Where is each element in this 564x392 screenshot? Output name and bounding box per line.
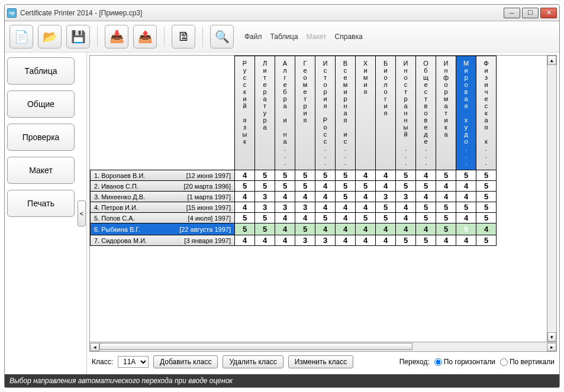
grade-cell[interactable]: 4 (436, 181, 456, 192)
column-header[interactable]: Информатика (436, 56, 456, 170)
grade-cell[interactable]: 4 (295, 213, 315, 223)
grade-cell[interactable]: 5 (436, 202, 456, 213)
menu-file[interactable]: Файл (244, 33, 262, 41)
add-class-button[interactable]: Добавить класс (153, 355, 218, 368)
grade-cell[interactable]: 4 (336, 235, 356, 246)
grade-cell[interactable]: 5 (295, 170, 315, 181)
grade-cell[interactable]: 4 (275, 192, 295, 202)
save-button[interactable]: 💾 (66, 25, 90, 48)
grade-cell[interactable]: 5 (315, 170, 336, 181)
grade-cell[interactable]: 5 (255, 170, 275, 181)
grade-cell[interactable]: 4 (275, 213, 295, 223)
grade-cell[interactable]: 3 (295, 235, 315, 246)
row-header[interactable]: 7. Сидорова М.И.[3 января 1997] (91, 235, 235, 246)
scroll-right-icon[interactable]: ▸ (547, 343, 556, 351)
grade-cell[interactable]: 5 (456, 202, 476, 213)
grade-cell[interactable]: 5 (336, 170, 356, 181)
grade-cell[interactable]: 5 (235, 213, 255, 223)
grade-cell[interactable]: 4 (456, 181, 476, 192)
grade-cell[interactable]: 3 (376, 192, 396, 202)
grade-cell[interactable]: 4 (396, 223, 416, 235)
preview-button[interactable]: 🖺 (172, 25, 195, 48)
grade-cell[interactable]: 5 (416, 235, 436, 246)
grade-cell[interactable]: 4 (315, 181, 336, 192)
grade-cell[interactable]: 3 (255, 202, 275, 213)
grade-cell[interactable]: 4 (456, 192, 476, 202)
maximize-button[interactable]: ☐ (522, 8, 539, 18)
grade-cell[interactable]: 5 (235, 181, 255, 192)
column-header[interactable]: Физическая к... (476, 56, 497, 170)
grade-cell[interactable]: 4 (436, 235, 456, 246)
sidebar-item-2[interactable]: Проверка (7, 124, 75, 151)
menu-layout[interactable]: Макет (307, 33, 327, 41)
column-header[interactable]: Химия (356, 56, 376, 170)
grade-cell[interactable]: 5 (235, 223, 255, 235)
grade-cell[interactable]: 5 (476, 235, 497, 246)
grade-cell[interactable]: 5 (356, 213, 376, 223)
grade-cell[interactable]: 5 (436, 223, 456, 235)
grade-table[interactable]: Русский языкЛитератураАлгебра и на...Гео… (90, 56, 497, 246)
sidebar-item-3[interactable]: Макет (7, 157, 75, 184)
nav-horizontal[interactable]: По горизонтали (434, 358, 495, 366)
import-button[interactable]: 📥 (105, 25, 128, 48)
row-header[interactable]: 4. Петров И.И.[15 июня 1997] (91, 202, 235, 213)
column-header[interactable]: Мировая худо... (456, 56, 476, 170)
new-button[interactable]: 📄 (9, 25, 33, 48)
grade-cell[interactable]: 4 (336, 202, 356, 213)
grade-cell[interactable]: 4 (356, 223, 376, 235)
grade-cell[interactable]: 4 (376, 223, 396, 235)
grade-cell[interactable]: 5 (255, 223, 275, 235)
grade-cell[interactable]: 4 (255, 235, 275, 246)
grade-cell[interactable]: 4 (275, 235, 295, 246)
menu-table[interactable]: Таблица (270, 33, 298, 41)
grade-cell[interactable]: 4 (436, 192, 456, 202)
row-header[interactable]: 6. Рыбкина В.Г.[22 августа 1997] (91, 223, 235, 235)
grade-cell[interactable]: 5 (376, 202, 396, 213)
grade-cell[interactable]: 4 (376, 235, 396, 246)
column-header[interactable]: Иностранный ... (396, 56, 416, 170)
grade-cell[interactable]: 5 (396, 181, 416, 192)
grade-cell[interactable]: 4 (235, 202, 255, 213)
grade-cell[interactable]: 3 (396, 192, 416, 202)
row-header[interactable]: 1. Воропаев В.И.[12 июня 1997] (91, 170, 235, 181)
grade-cell[interactable]: 5 (456, 223, 476, 235)
grade-cell[interactable]: 4 (396, 213, 416, 223)
grade-cell[interactable]: 4 (476, 223, 497, 235)
column-header[interactable]: Биология (376, 56, 396, 170)
grade-cell[interactable]: 4 (295, 192, 315, 202)
search-button[interactable]: 🔍 (210, 25, 234, 48)
row-header[interactable]: 5. Попов С.А.[4 июля] 1997] (91, 213, 235, 223)
scroll-down-icon[interactable]: ▾ (547, 332, 556, 342)
scroll-up-icon[interactable]: ▴ (547, 56, 556, 65)
row-header[interactable]: 3. Михеенко Д.В.[1 марта 1997] (91, 192, 235, 202)
grade-cell[interactable]: 5 (255, 213, 275, 223)
grade-cell[interactable]: 5 (295, 181, 315, 192)
grade-cell[interactable]: 4 (416, 223, 436, 235)
grade-cell[interactable]: 5 (476, 202, 497, 213)
grade-cell[interactable]: 4 (275, 223, 295, 235)
grade-cell[interactable]: 5 (376, 213, 396, 223)
grade-cell[interactable]: 4 (416, 192, 436, 202)
grade-cell[interactable]: 5 (416, 181, 436, 192)
grade-cell[interactable]: 5 (356, 181, 376, 192)
grade-cell[interactable]: 4 (376, 181, 396, 192)
column-header[interactable]: Обществоведе... (416, 56, 436, 170)
horizontal-scrollbar[interactable]: ◂ ▸ (90, 342, 556, 351)
grade-cell[interactable]: 3 (295, 202, 315, 213)
nav-vertical[interactable]: По вертикали (500, 358, 555, 366)
grade-cell[interactable]: 4 (356, 170, 376, 181)
grade-cell[interactable]: 5 (456, 170, 476, 181)
grade-cell[interactable]: 3 (255, 192, 275, 202)
column-header[interactable]: История Росс... (315, 56, 336, 170)
grade-cell[interactable]: 4 (315, 192, 336, 202)
grade-cell[interactable]: 5 (275, 170, 295, 181)
grade-cell[interactable]: 5 (476, 192, 497, 202)
grade-cell[interactable]: 4 (336, 213, 356, 223)
grade-cell[interactable]: 5 (336, 192, 356, 202)
grade-cell[interactable]: 5 (295, 223, 315, 235)
grade-cell[interactable]: 4 (356, 192, 376, 202)
minimize-button[interactable]: ─ (504, 8, 520, 18)
grade-cell[interactable]: 4 (356, 202, 376, 213)
grade-cell[interactable]: 4 (416, 170, 436, 181)
sidebar-item-0[interactable]: Таблица (7, 57, 75, 85)
